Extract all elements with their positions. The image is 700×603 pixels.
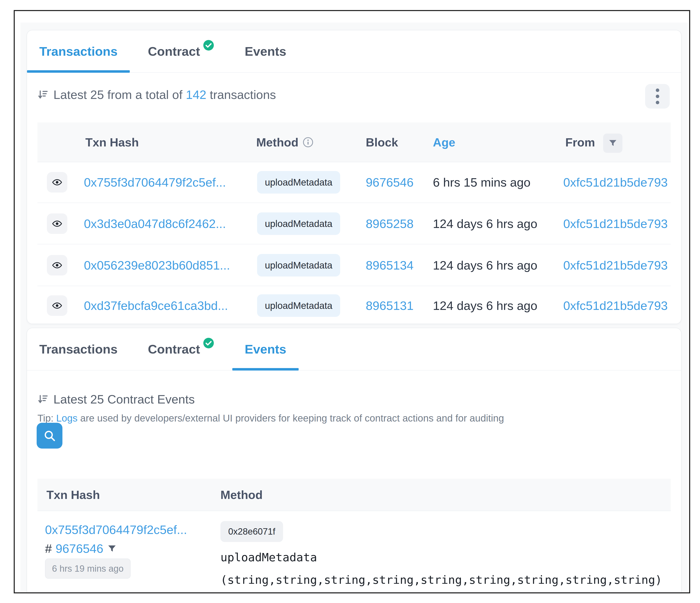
- sort-amount-down-icon: [38, 89, 49, 100]
- method-badge: uploadMetadata: [257, 212, 340, 235]
- kebab-dot: [656, 89, 659, 92]
- txn-hash-link[interactable]: 0x755f3d7064479f2c5ef...: [84, 175, 226, 189]
- kebab-dot: [656, 95, 659, 98]
- eye-icon: [52, 300, 62, 311]
- events-summary: Latest 25 Contract Events: [38, 392, 195, 406]
- table-row: 0x056239e8023b60d851... uploadMetadata 8…: [38, 244, 671, 286]
- col-header-block: Block: [366, 136, 398, 149]
- block-link[interactable]: 8965131: [366, 298, 414, 313]
- method-badge: uploadMetadata: [257, 294, 340, 317]
- tab-label: Events: [245, 44, 286, 58]
- tab-events[interactable]: Events: [232, 30, 298, 72]
- table-row: 0xd37febcfa9ce61ca3bd... uploadMetadata …: [38, 286, 671, 324]
- block-prefix: #: [45, 541, 52, 556]
- sort-amount-down-icon: [38, 394, 49, 405]
- logs-link[interactable]: Logs: [56, 413, 78, 424]
- col-header-age-toggle[interactable]: Age: [433, 136, 455, 149]
- txn-hash-link[interactable]: 0xd37febcfa9ce61ca3bd...: [84, 298, 228, 313]
- tab-transactions[interactable]: Transactions: [27, 30, 130, 72]
- event-age-badge: 6 hrs 19 mins ago: [45, 559, 131, 579]
- col-header-txn-hash: Txn Hash: [85, 136, 139, 149]
- txn-hash-link[interactable]: 0x755f3d7064479f2c5ef...: [45, 523, 187, 537]
- events-tip: Tip: Logs are used by developers/externa…: [38, 412, 504, 424]
- events-panel-tabs: Transactions Contract Events: [27, 328, 681, 370]
- events-table-header: Txn Hash Method: [38, 479, 671, 511]
- tab-events[interactable]: Events: [232, 328, 298, 370]
- txn-hash-link[interactable]: 0x3d3e0a047d8c6f2462...: [84, 217, 226, 231]
- tab-label: Transactions: [39, 342, 118, 356]
- eye-icon: [52, 260, 62, 270]
- eye-preview-button[interactable]: [47, 255, 67, 275]
- transactions-panel: Transactions Contract Events Latest 25 f…: [27, 30, 681, 324]
- block-link[interactable]: 9676546: [55, 541, 103, 556]
- transactions-panel-tabs: Transactions Contract Events: [27, 30, 681, 73]
- event-row: 0x755f3d7064479f2c5ef... # 9676546 6 hrs…: [38, 512, 671, 592]
- total-transactions-link[interactable]: 142: [186, 88, 206, 102]
- col-header-method: Method: [256, 136, 314, 149]
- from-address-link[interactable]: 0xfc51d21b5de793: [563, 298, 671, 313]
- verified-check-icon: [203, 337, 214, 349]
- age-value: 6 hrs 15 mins ago: [433, 175, 530, 189]
- tab-contract[interactable]: Contract: [135, 328, 227, 370]
- col-header-txn-hash: Txn Hash: [47, 488, 100, 502]
- age-value: 124 days 6 hrs ago: [433, 217, 537, 231]
- eye-preview-button[interactable]: [47, 172, 67, 193]
- page: Transactions Contract Events Latest 25 f…: [0, 0, 700, 603]
- block-link[interactable]: 9676546: [366, 175, 414, 189]
- summary-text: Latest 25 from a total of 142 transactio…: [53, 88, 276, 102]
- from-address-link[interactable]: 0xfc51d21b5de793: [563, 217, 671, 231]
- tab-transactions[interactable]: Transactions: [27, 328, 130, 370]
- tab-label: Events: [245, 342, 286, 356]
- age-value: 124 days 6 hrs ago: [433, 258, 537, 272]
- search-events-button[interactable]: [36, 423, 62, 449]
- event-method-params: (string,string,string,string,string,stri…: [220, 573, 662, 586]
- tab-contract[interactable]: Contract: [135, 30, 227, 72]
- table-row: 0x755f3d7064479f2c5ef... uploadMetadata …: [38, 162, 671, 202]
- transactions-summary: Latest 25 from a total of 142 transactio…: [38, 88, 276, 101]
- table-row: 0x3d3e0a047d8c6f2462... uploadMetadata 8…: [38, 202, 671, 244]
- eye-preview-button[interactable]: [47, 295, 67, 316]
- search-icon: [43, 429, 56, 442]
- eye-icon: [52, 177, 62, 188]
- age-value: 124 days 6 hrs ago: [433, 298, 537, 313]
- info-icon[interactable]: [302, 137, 314, 148]
- kebab-dot: [656, 101, 659, 104]
- eye-preview-button[interactable]: [47, 213, 67, 234]
- col-header-from: From: [565, 136, 595, 149]
- from-address-link[interactable]: 0xfc51d21b5de793: [563, 258, 671, 272]
- kebab-menu-button[interactable]: [645, 84, 670, 108]
- tab-label: Transactions: [39, 44, 118, 58]
- method-badge: uploadMetadata: [257, 254, 340, 276]
- event-method-name: uploadMetadata: [220, 551, 317, 564]
- txn-hash-link[interactable]: 0x056239e8023b60d851...: [84, 258, 230, 272]
- eye-icon: [52, 218, 62, 229]
- block-link[interactable]: 8965258: [366, 217, 414, 231]
- col-header-method: Method: [220, 488, 262, 502]
- summary-text: Latest 25 Contract Events: [53, 392, 195, 406]
- method-badge: uploadMetadata: [257, 171, 340, 194]
- transactions-table-header: Txn Hash Method Block Age From: [38, 122, 671, 162]
- method-signature-badge: 0x28e6071f: [220, 521, 283, 542]
- from-filter-button[interactable]: [603, 134, 622, 153]
- verified-check-icon: [203, 40, 214, 51]
- tab-label: Contract: [148, 44, 200, 58]
- tab-label: Contract: [148, 342, 200, 356]
- events-panel: Transactions Contract Events Latest 25 C…: [27, 328, 681, 592]
- from-address-link[interactable]: 0xfc51d21b5de793: [563, 175, 671, 189]
- event-block-line: # 9676546: [45, 541, 117, 556]
- block-link[interactable]: 8965134: [366, 258, 414, 272]
- block-filter-icon[interactable]: [107, 544, 117, 554]
